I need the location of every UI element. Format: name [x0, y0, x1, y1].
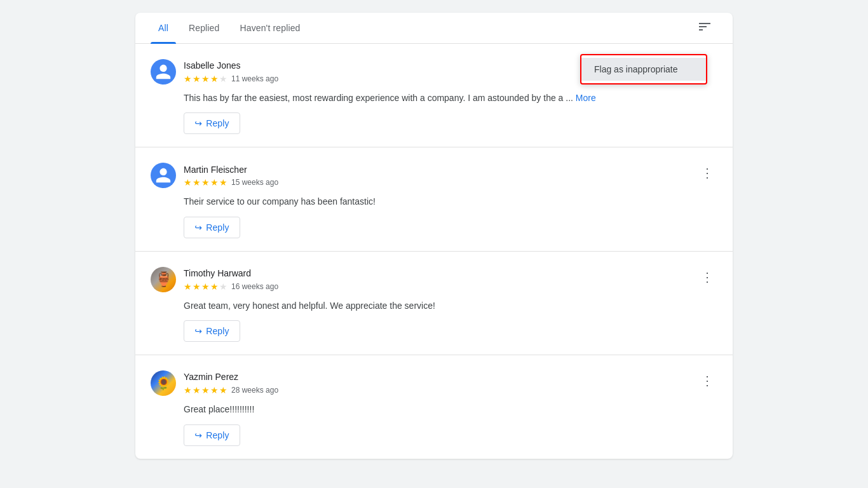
tabs-bar: All Replied Haven't replied: [135, 13, 733, 44]
review-time: 15 weeks ago: [231, 178, 278, 187]
avatar-image-placeholder: 🌻: [151, 370, 176, 396]
star-2: ★: [193, 177, 201, 187]
star-1: ★: [184, 385, 192, 395]
reviewer-meta: Timothy Harward ★ ★ ★ ★ ★ 16 weeks ago: [184, 268, 278, 292]
reviewer-info: Martin Fleischer ★ ★ ★ ★ ★ 15 weeks ago: [151, 163, 278, 188]
stars: ★ ★ ★ ★ ★: [184, 177, 227, 187]
reply-button[interactable]: ↩ Reply: [184, 217, 240, 238]
reply-icon: ↩: [194, 222, 202, 233]
tab-all[interactable]: All: [151, 13, 176, 43]
flag-dropdown: Flag as inappropriate: [580, 54, 707, 85]
reviewer-meta: Yazmin Perez ★ ★ ★ ★ ★ 28 weeks ago: [184, 371, 278, 395]
avatar-image-placeholder: 🏺: [151, 267, 176, 292]
star-5: ★: [219, 385, 227, 395]
star-1: ★: [184, 177, 192, 187]
main-container: All Replied Haven't replied Isabelle: [135, 13, 733, 459]
review-text: Great place!!!!!!!!!!: [151, 402, 717, 416]
reviewer-info: 🏺 Timothy Harward ★ ★ ★ ★ ★: [151, 267, 278, 292]
stars: ★ ★ ★ ★ ★: [184, 281, 227, 292]
review-text: This has by far the easiest, most reward…: [151, 91, 717, 105]
review-card: Isabelle Jones ★ ★ ★ ★ ★ 11 weeks ago: [135, 44, 733, 147]
more-options-button[interactable]: ⋮: [697, 370, 717, 391]
review-text: Their service to our company has been fa…: [151, 194, 717, 208]
avatar: 🏺: [151, 267, 176, 292]
review-header: 🏺 Timothy Harward ★ ★ ★ ★ ★: [151, 267, 717, 292]
star-1: ★: [184, 281, 192, 292]
reviewer-name: Isabelle Jones: [184, 60, 278, 72]
rating-row: ★ ★ ★ ★ ★ 16 weeks ago: [184, 281, 278, 292]
more-options-button[interactable]: ⋮: [697, 163, 717, 183]
filter-icon[interactable]: [692, 14, 717, 43]
reply-label: Reply: [206, 326, 229, 336]
review-card: 🌻 Yazmin Perez ★ ★ ★ ★ ★ 28: [135, 355, 733, 458]
review-card: 🏺 Timothy Harward ★ ★ ★ ★ ★: [135, 252, 733, 355]
star-5: ★: [219, 281, 227, 292]
reviews-list: Isabelle Jones ★ ★ ★ ★ ★ 11 weeks ago: [135, 44, 733, 459]
rating-row: ★ ★ ★ ★ ★ 28 weeks ago: [184, 385, 278, 395]
star-4: ★: [210, 281, 219, 292]
star-5: ★: [219, 177, 227, 187]
avatar: [151, 59, 176, 85]
reviewer-name: Martin Fleischer: [184, 164, 278, 177]
star-3: ★: [201, 385, 210, 395]
review-time: 16 weeks ago: [231, 282, 278, 291]
star-4: ★: [210, 177, 219, 187]
reviewer-info: Isabelle Jones ★ ★ ★ ★ ★ 11 weeks ago: [151, 59, 278, 85]
reviewer-meta: Martin Fleischer ★ ★ ★ ★ ★ 15 weeks ago: [184, 164, 278, 188]
stars: ★ ★ ★ ★ ★: [184, 385, 227, 395]
reply-label: Reply: [206, 222, 229, 233]
star-2: ★: [193, 281, 201, 292]
star-3: ★: [201, 281, 210, 292]
reply-button[interactable]: ↩ Reply: [184, 320, 240, 342]
reply-icon: ↩: [194, 430, 202, 440]
star-1: ★: [184, 74, 192, 84]
more-options-button[interactable]: ⋮: [697, 267, 717, 287]
reviewer-name: Yazmin Perez: [184, 371, 278, 384]
tab-havent-replied[interactable]: Haven't replied: [232, 13, 308, 43]
rating-row: ★ ★ ★ ★ ★ 15 weeks ago: [184, 177, 278, 187]
reviewer-name: Timothy Harward: [184, 268, 278, 280]
avatar: 🌻: [151, 370, 176, 396]
star-2: ★: [193, 74, 201, 84]
review-text-content: Great team, very honest and helpful. We …: [184, 301, 435, 311]
reviewer-info: 🌻 Yazmin Perez ★ ★ ★ ★ ★ 28: [151, 370, 278, 396]
reply-label: Reply: [206, 430, 229, 440]
star-2: ★: [193, 385, 201, 395]
reviewer-meta: Isabelle Jones ★ ★ ★ ★ ★ 11 weeks ago: [184, 60, 278, 84]
flag-inappropriate-item[interactable]: Flag as inappropriate: [581, 58, 706, 81]
reply-button[interactable]: ↩ Reply: [184, 424, 240, 446]
review-time: 11 weeks ago: [231, 74, 278, 83]
review-text: Great team, very honest and helpful. We …: [151, 299, 717, 313]
review-text-content: Their service to our company has been fa…: [184, 196, 376, 207]
reply-icon: ↩: [194, 326, 202, 336]
review-text-ellipsis: ...: [566, 93, 576, 103]
review-card: Martin Fleischer ★ ★ ★ ★ ★ 15 weeks ago: [135, 147, 733, 251]
more-link[interactable]: More: [576, 93, 596, 103]
review-header: Martin Fleischer ★ ★ ★ ★ ★ 15 weeks ago: [151, 163, 717, 188]
star-4: ★: [210, 385, 219, 395]
avatar: [151, 163, 176, 188]
reply-label: Reply: [206, 118, 229, 128]
review-text-content: Great place!!!!!!!!!!: [184, 404, 254, 414]
stars: ★ ★ ★ ★ ★: [184, 74, 227, 84]
star-3: ★: [201, 177, 210, 187]
star-4: ★: [210, 74, 219, 84]
star-5: ★: [219, 74, 227, 84]
review-header: 🌻 Yazmin Perez ★ ★ ★ ★ ★ 28: [151, 370, 717, 396]
reply-icon: ↩: [194, 118, 202, 128]
star-3: ★: [201, 74, 210, 84]
tab-replied[interactable]: Replied: [181, 13, 227, 43]
review-time: 28 weeks ago: [231, 386, 278, 395]
rating-row: ★ ★ ★ ★ ★ 11 weeks ago: [184, 74, 278, 84]
review-header: Isabelle Jones ★ ★ ★ ★ ★ 11 weeks ago: [151, 59, 717, 85]
reply-button[interactable]: ↩ Reply: [184, 112, 240, 134]
review-text-content: This has by far the easiest, most reward…: [184, 93, 563, 103]
